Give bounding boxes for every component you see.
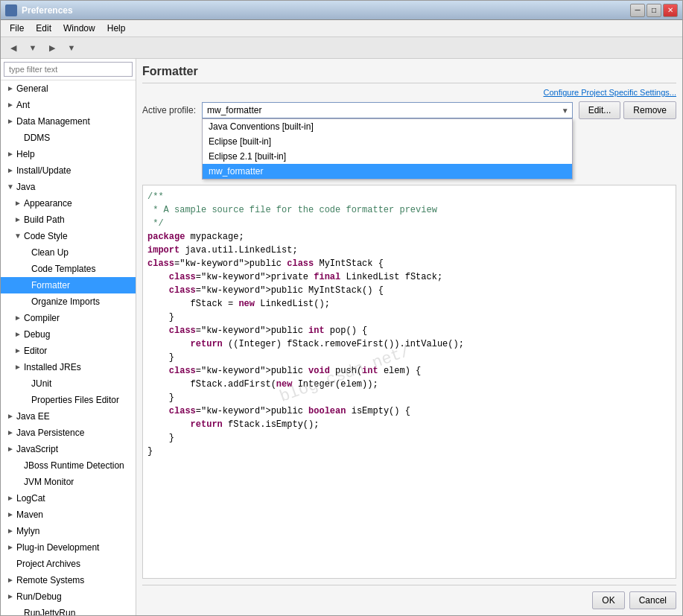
sidebar-item-remote-systems[interactable]: ►Remote Systems (1, 572, 136, 588)
sidebar-item-maven[interactable]: ►Maven (1, 507, 136, 523)
tree-arrow-java-persistence: ► (7, 426, 14, 439)
tree-arrow-logcat: ► (7, 492, 14, 505)
option-eclipse-21[interactable]: Eclipse 2.1 [built-in] (203, 149, 572, 164)
sidebar-label-data-mgmt: Data Management (16, 115, 90, 128)
sidebar-item-java[interactable]: ▼Java (1, 179, 136, 195)
sidebar-item-install-update[interactable]: ►Install/Update (1, 162, 136, 179)
sidebar-item-jvm-monitor[interactable]: JVM Monitor (1, 474, 136, 490)
sidebar-label-java-persistence: Java Persistence (16, 426, 84, 439)
sidebar-label-code-style: Code Style (24, 229, 68, 243)
sidebar-label-plugin-dev: Plug-in Development (16, 541, 99, 554)
sidebar-label-runjettyrun: RunJettyRun (24, 606, 75, 615)
configure-link[interactable]: Configure Project Specific Settings... (142, 88, 676, 101)
sidebar-label-compiler: Compiler (24, 311, 60, 325)
sidebar-item-appearance[interactable]: ►Appearance (1, 195, 136, 212)
tree-arrow-java: ▼ (7, 180, 14, 194)
maximize-button[interactable]: □ (647, 4, 661, 17)
search-input[interactable] (4, 62, 133, 77)
sidebar-item-logcat[interactable]: ►LogCat (1, 490, 136, 507)
menu-edit[interactable]: Edit (30, 22, 57, 35)
tree-spacer-junit (22, 377, 29, 390)
menu-window[interactable]: Window (57, 22, 101, 35)
edit-button[interactable]: Edit... (579, 101, 621, 119)
sidebar-label-build-path: Build Path (24, 213, 65, 226)
sidebar-item-general[interactable]: ►General (1, 80, 136, 97)
sidebar-item-plugin-dev[interactable]: ►Plug-in Development (1, 539, 136, 556)
option-mw-formatter[interactable]: mw_formatter (203, 164, 572, 179)
back-button[interactable]: ◀ (5, 39, 22, 56)
btn-group: Edit... Remove (579, 101, 676, 119)
sidebar-item-run-debug[interactable]: ►Run/Debug (1, 588, 136, 605)
cancel-button[interactable]: Cancel (629, 591, 676, 609)
tree-arrow-compiler: ► (14, 311, 22, 325)
option-eclipse[interactable]: Eclipse [built-in] (203, 134, 572, 149)
sidebar-item-organize-imports[interactable]: Organize Imports (1, 293, 136, 310)
forward-button[interactable]: ▶ (44, 39, 60, 56)
sidebar-label-formatter: Formatter (31, 279, 70, 292)
tree-arrow-general: ► (7, 82, 14, 95)
sidebar-item-compiler[interactable]: ►Compiler (1, 310, 136, 326)
sidebar-label-java: Java (16, 180, 35, 194)
ok-button[interactable]: OK (592, 591, 624, 609)
tree-arrow-javascript: ► (7, 442, 14, 456)
sidebar-label-remote-systems: Remote Systems (16, 574, 84, 587)
sidebar-item-clean-up[interactable]: Clean Up (1, 244, 136, 261)
code-line: return fStack.isEmpty(); (147, 418, 671, 431)
sidebar-item-javascript[interactable]: ►JavaScript (1, 441, 136, 457)
tree-spacer-jvm-monitor (14, 475, 22, 489)
sidebar-item-java-persistence[interactable]: ►Java Persistence (1, 425, 136, 441)
tree-arrow-installed-jres: ► (14, 361, 22, 374)
code-line: class="kw-keyword">public class MyIntSta… (147, 257, 671, 270)
sidebar-item-mylyn[interactable]: ►Mylyn (1, 523, 136, 539)
sidebar-label-mylyn: Mylyn (16, 524, 39, 538)
sidebar-item-data-mgmt[interactable]: ►Data Management (1, 113, 136, 130)
page-title: Formatter (142, 65, 676, 83)
sidebar-item-junit[interactable]: JUnit (1, 375, 136, 392)
window-title: Preferences (22, 5, 73, 16)
sidebar-label-code-templates: Code Templates (31, 262, 96, 276)
sidebar-label-appearance: Appearance (24, 197, 72, 210)
sidebar-item-code-templates[interactable]: Code Templates (1, 261, 136, 277)
tree-spacer-project-archives (7, 557, 14, 571)
tree-arrow-build-path: ► (14, 213, 22, 226)
tree-spacer-prop-files-editor (22, 393, 29, 407)
tree-arrow-ant: ► (7, 98, 14, 112)
dropdown-forward-button[interactable]: ▼ (63, 39, 80, 56)
sidebar-item-java-ee[interactable]: ►Java EE (1, 408, 136, 425)
sidebar-label-debug: Debug (24, 328, 50, 341)
sidebar-label-ant: Ant (16, 98, 30, 112)
minimize-button[interactable]: ─ (630, 4, 645, 17)
close-button[interactable]: ✕ (663, 4, 678, 17)
tree-arrow-editor: ► (14, 344, 22, 358)
menu-file[interactable]: File (4, 22, 30, 35)
sidebar-item-installed-jres[interactable]: ►Installed JREs (1, 359, 136, 375)
sidebar-item-prop-files-editor[interactable]: Properties Files Editor (1, 392, 136, 408)
remove-button[interactable]: Remove (623, 101, 676, 119)
code-line: */ (147, 217, 671, 230)
sidebar-item-jboss-runtime[interactable]: JBoss Runtime Detection (1, 457, 136, 474)
menu-help[interactable]: Help (101, 22, 132, 35)
dropdown-popup: Java Conventions [built-in] Eclipse [bui… (202, 118, 573, 180)
sidebar-item-help[interactable]: ►Help (1, 146, 136, 162)
tree-arrow-install-update: ► (7, 164, 14, 177)
sidebar-item-debug[interactable]: ►Debug (1, 326, 136, 343)
sidebar-item-runjettyrun[interactable]: RunJettyRun (1, 605, 136, 615)
sidebar-label-ddms: DDMS (24, 131, 50, 145)
tree-arrow-help: ► (7, 147, 14, 161)
dropdown-back-button[interactable]: ▼ (25, 39, 41, 56)
sidebar-item-ddms[interactable]: DDMS (1, 130, 136, 146)
code-line: class="kw-keyword">public int pop() { (147, 324, 671, 337)
sidebar-item-project-archives[interactable]: Project Archives (1, 556, 136, 572)
sidebar-item-formatter[interactable]: Formatter (1, 277, 136, 293)
tree-spacer-ddms (14, 131, 22, 145)
sidebar-item-editor[interactable]: ►Editor (1, 343, 136, 359)
content-area: Formatter Configure Project Specific Set… (136, 59, 682, 615)
sidebar-item-code-style[interactable]: ▼Code Style (1, 228, 136, 244)
code-line: } (147, 351, 671, 364)
active-profile-label: Active profile: (142, 105, 196, 115)
sidebar-item-ant[interactable]: ►Ant (1, 97, 136, 113)
sidebar-item-build-path[interactable]: ►Build Path (1, 212, 136, 228)
sidebar-label-help: Help (16, 147, 35, 161)
option-java-conventions[interactable]: Java Conventions [built-in] (203, 119, 572, 134)
profile-dropdown[interactable]: mw_formatter ▼ (202, 102, 573, 118)
